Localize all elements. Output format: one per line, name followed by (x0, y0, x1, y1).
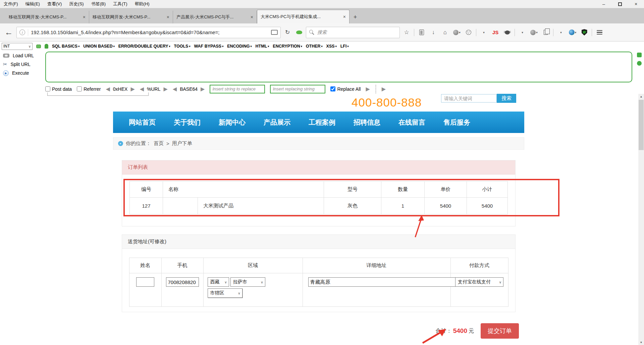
hackbar-menu-encryption[interactable]: ENCRYPTION (273, 44, 302, 49)
menu-bookmarks[interactable]: 书签(B) (88, 0, 109, 8)
referrer-checkbox[interactable]: Referrer (77, 86, 101, 92)
hackbar-menu-html[interactable]: HTML (256, 44, 269, 49)
addon-dropdown-icon[interactable]: ▾ (479, 27, 489, 38)
nav-news[interactable]: 新闻中心 (210, 118, 255, 127)
nav-home[interactable]: 网站首页 (120, 118, 165, 127)
nav-products[interactable]: 产品展示 (255, 118, 300, 127)
site-search-button[interactable]: 搜索 (497, 94, 516, 103)
split-url-button[interactable]: ✂ Split URL (0, 60, 45, 69)
nav-jobs[interactable]: 招聘信息 (344, 118, 389, 127)
hackbar-menu-waf-bypass[interactable]: WAF BYPASS (194, 44, 223, 49)
hackbar-menu-other[interactable]: OTHER (306, 44, 323, 49)
home-icon[interactable]: ⌂ (440, 27, 450, 38)
scroll-down-icon[interactable]: ▼ (638, 340, 644, 345)
sidebar-green-icon-2[interactable] (637, 61, 642, 66)
nav-about[interactable]: 关于我们 (165, 118, 210, 127)
province-select[interactable]: 西藏 ∨ (208, 277, 229, 287)
replace-all-checkbox[interactable]: Replace All (330, 86, 361, 92)
scroll-up-icon[interactable]: ▲ (638, 94, 644, 99)
hackbar-menu-union-based[interactable]: UNION BASED (83, 44, 115, 49)
flag-globe-icon[interactable]: ▾ (568, 27, 578, 38)
minimize-button[interactable]: – (596, 0, 612, 8)
hackbar-lock-icon[interactable] (45, 44, 48, 49)
tamper-addon-icon[interactable] (294, 27, 304, 38)
hamburger-menu-icon[interactable] (594, 27, 604, 38)
back-icon[interactable]: ← (3, 26, 15, 39)
new-tab-button[interactable]: + (350, 11, 361, 23)
nav-cases[interactable]: 工程案例 (300, 118, 344, 127)
bookmark-star-icon[interactable]: ☆ (401, 27, 412, 38)
name-input[interactable] (136, 277, 154, 287)
replacing-string-input[interactable] (270, 85, 325, 93)
downloads-icon[interactable]: ↓ (428, 27, 438, 38)
hackbar-menu-xss[interactable]: XSS (326, 44, 337, 49)
replace-go-icon[interactable]: ▶ (366, 86, 370, 92)
load-url-button[interactable]: Load URL (0, 51, 45, 60)
submit-order-button[interactable]: 提交订单 (481, 323, 519, 339)
encode-right-icon[interactable]: ▶ (201, 86, 205, 92)
reload-icon[interactable]: ↻ (282, 27, 292, 38)
copy-page-icon[interactable] (541, 27, 551, 38)
bookmarks-menu-icon[interactable] (417, 27, 427, 38)
hackbar-menu-encoding[interactable]: ENCODING (227, 44, 252, 49)
nav-service[interactable]: 售后服务 (434, 118, 479, 127)
encode-right-icon[interactable]: ▶ (164, 86, 168, 92)
site-info-icon[interactable]: i (19, 29, 25, 35)
sync-globe-icon[interactable]: ▾ (452, 27, 462, 38)
menu-help[interactable]: 帮助(H) (131, 0, 153, 8)
tab-1[interactable]: 移动互联网开发-大米CMS-P... × (5, 11, 89, 23)
district-select[interactable]: 市辖区 ∨ (208, 288, 243, 298)
site-search-input[interactable] (441, 94, 497, 102)
security-shield-icon[interactable]: W (579, 27, 589, 38)
encode-right-icon[interactable]: ▶ (130, 86, 135, 92)
bug-addon-icon[interactable] (502, 27, 512, 38)
execute-button[interactable]: ▶ Execute (0, 69, 45, 77)
post-data-box[interactable] (45, 86, 50, 91)
phone-input[interactable] (166, 277, 199, 287)
city-select[interactable]: 拉萨市 ∨ (230, 277, 265, 287)
decode-left-icon[interactable]: ◀ (106, 86, 110, 92)
scrollbar-thumb[interactable] (639, 100, 644, 150)
url-bar[interactable]: i 192.168.10.150/dami_5.4/index.php?m=Me… (16, 27, 281, 38)
proxy-globe-icon[interactable]: ▾ (529, 27, 539, 38)
hackbar-menu-lfi[interactable]: LFI (340, 44, 349, 49)
decode-left-icon[interactable]: ◀ (173, 86, 177, 92)
tab-4-active[interactable]: 大米CMS-PC与手机建站集成... × (257, 10, 350, 23)
tab-4-close-icon[interactable]: × (343, 14, 346, 19)
reader-mode-icon[interactable] (271, 30, 278, 35)
menu-tools[interactable]: 工具(T) (109, 0, 131, 8)
detail-address-input[interactable] (308, 277, 460, 287)
hackbar-mode-select[interactable]: INT ∨ (2, 43, 33, 50)
menu-history[interactable]: 历史(S) (65, 0, 87, 8)
tab-2-close-icon[interactable]: × (167, 14, 169, 20)
nav-message[interactable]: 在线留言 (389, 118, 434, 127)
hackbar-menu-tools[interactable]: TOOLS (174, 44, 191, 49)
copy-dropdown-icon[interactable]: ▾ (556, 27, 566, 38)
menu-edit[interactable]: 编辑(E) (22, 0, 44, 8)
menu-view[interactable]: 查看(V) (44, 0, 65, 8)
breadcrumb-home-link[interactable]: 首页 (154, 140, 164, 147)
maximize-button[interactable] (612, 0, 628, 8)
javascript-toggle-icon[interactable]: JS (490, 27, 500, 38)
decode-left-icon[interactable]: ◀ (140, 86, 144, 92)
hackbar-menu-error-double-query[interactable]: ERROR/DOUBLE QUERY (118, 44, 170, 49)
post-data-checkbox[interactable]: Post data (45, 86, 72, 92)
tab-1-close-icon[interactable]: × (83, 14, 86, 20)
vertical-scrollbar[interactable]: ▲ ▼ (638, 94, 644, 345)
extra-go-icon[interactable]: ▶ (382, 86, 386, 92)
replace-string-input[interactable] (210, 85, 265, 93)
hackbar-toggle-icon[interactable] (36, 45, 41, 48)
hackbar-url-textarea[interactable] (45, 52, 632, 82)
sidebar-green-icon-1[interactable] (637, 53, 642, 57)
tab-3-close-icon[interactable]: × (251, 14, 253, 20)
tab-2[interactable]: 移动互联网开发-大米CMS-P... × (89, 11, 173, 23)
cookie-manager-icon[interactable] (464, 27, 474, 38)
close-button[interactable]: × (628, 0, 644, 8)
hackbar-menu-sql-basics[interactable]: SQL BASICS (52, 44, 79, 49)
replace-all-box[interactable] (330, 86, 335, 91)
payment-select[interactable]: 支付宝在线支付 ∨ (455, 277, 503, 287)
referrer-box[interactable] (77, 86, 82, 91)
menu-file[interactable]: 文件(F) (0, 0, 22, 8)
bug-dropdown-icon[interactable]: ▾ (517, 27, 527, 38)
tab-3[interactable]: 产品展示-大米CMS-PC与手... × (173, 11, 257, 23)
